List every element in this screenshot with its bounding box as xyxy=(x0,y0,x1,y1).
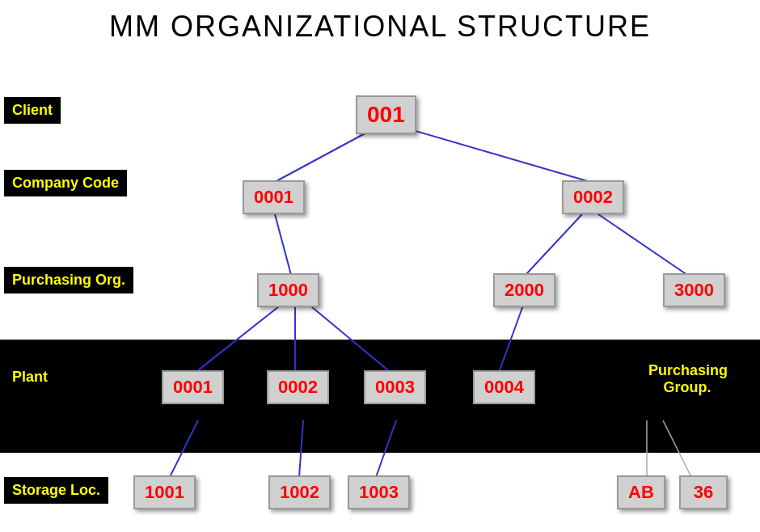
node-plant-0004: 0004 xyxy=(473,370,535,404)
svg-line-2 xyxy=(275,214,291,275)
node-storage-1001: 1001 xyxy=(133,475,196,509)
node-plant-0002: 0002 xyxy=(267,370,329,404)
svg-line-4 xyxy=(598,214,687,275)
node-plant-0003: 0003 xyxy=(364,370,426,404)
node-porg-3000: 3000 xyxy=(663,273,725,307)
svg-line-3 xyxy=(526,214,582,275)
node-storage-AB: AB xyxy=(617,475,665,509)
node-storage-1002: 1002 xyxy=(268,475,331,509)
node-storage-1003: 1003 xyxy=(348,475,410,509)
node-porg-2000: 2000 xyxy=(493,273,555,307)
label-storage-loc: Storage Loc. xyxy=(4,477,108,504)
label-purchasing-group: PurchasingGroup. xyxy=(639,356,736,403)
node-storage-36: 36 xyxy=(679,475,728,509)
label-client: Client xyxy=(4,97,61,124)
node-client-001: 001 xyxy=(356,95,416,134)
svg-line-1 xyxy=(396,125,590,182)
node-plant-0001: 0001 xyxy=(162,370,224,404)
node-company-0001: 0001 xyxy=(243,180,305,214)
label-company-code: Company Code xyxy=(4,170,127,196)
node-company-0002: 0002 xyxy=(562,180,624,214)
label-plant: Plant xyxy=(4,364,56,391)
node-porg-1000: 1000 xyxy=(257,273,319,307)
page-title: MM ORGANIZATIONAL STRUCTURE xyxy=(0,0,760,44)
label-purchasing-org: Purchasing Org. xyxy=(4,267,133,293)
diagram-area: Client Company Code Purchasing Org. Plan… xyxy=(0,49,760,532)
